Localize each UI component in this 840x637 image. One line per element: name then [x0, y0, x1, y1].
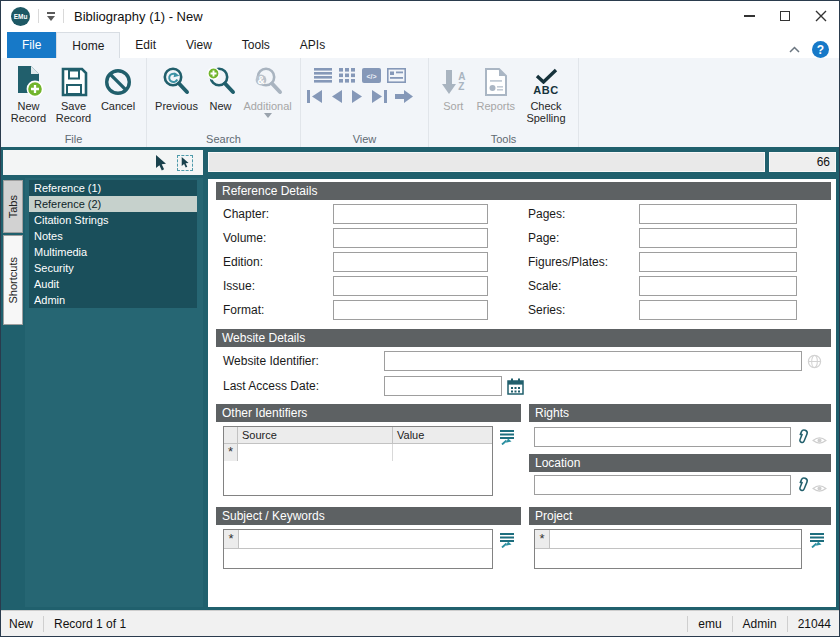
- search-additional-button[interactable]: & Additional: [240, 60, 295, 118]
- minimize-button[interactable]: [731, 1, 767, 31]
- subject-keywords-grid: *: [223, 529, 493, 569]
- close-button[interactable]: [803, 1, 839, 31]
- value-cell[interactable]: [393, 444, 492, 461]
- website-identifier-input[interactable]: [384, 351, 802, 371]
- sidebar-item-admin[interactable]: Admin: [29, 292, 197, 308]
- section-header-project: Project: [529, 507, 831, 525]
- globe-icon: [805, 352, 823, 370]
- sort-button[interactable]: AZ Sort: [434, 60, 473, 112]
- new-row-marker: *: [535, 530, 550, 548]
- format-input[interactable]: [333, 300, 488, 320]
- rights-input[interactable]: [534, 427, 791, 447]
- list-view-icon[interactable]: [314, 68, 333, 83]
- group-caption-view: View: [301, 133, 428, 145]
- scale-input[interactable]: [639, 276, 797, 296]
- source-cell[interactable]: [238, 444, 393, 461]
- pages-input[interactable]: [639, 204, 797, 224]
- title-bar: EMu Bibliography (1) - New: [1, 1, 839, 31]
- subject-expand-list-icon[interactable]: [498, 531, 516, 549]
- location-input[interactable]: [534, 475, 791, 495]
- sidebar-item-audit[interactable]: Audit: [29, 276, 197, 292]
- new-record-button[interactable]: New Record: [6, 60, 51, 124]
- search-previous-button[interactable]: Previous: [152, 60, 201, 112]
- nav-last-icon[interactable]: [370, 89, 388, 104]
- selection-tools-strip: [3, 150, 203, 175]
- form-view-icon[interactable]: [387, 68, 406, 83]
- location-view-attachment-icon: [810, 479, 828, 497]
- tab-file[interactable]: File: [7, 32, 56, 58]
- app-window: EMu Bibliography (1) - New File Home Edi…: [0, 0, 840, 637]
- ribbon-tab-row: File Home Edit View Tools APIs ?: [1, 31, 839, 58]
- marquee-select-icon[interactable]: [177, 155, 193, 171]
- reports-button[interactable]: Reports: [473, 60, 519, 112]
- new-row-marker: *: [224, 444, 238, 461]
- subject-cell[interactable]: [239, 530, 492, 548]
- reports-icon: [483, 63, 509, 100]
- nav-first-icon[interactable]: [306, 89, 324, 104]
- rights-attach-icon[interactable]: [793, 428, 811, 446]
- volume-input[interactable]: [333, 228, 488, 248]
- sidebar-item-notes[interactable]: Notes: [29, 228, 197, 244]
- status-mode: New: [1, 617, 43, 631]
- divider: [63, 9, 64, 23]
- volume-label: Volume:: [223, 228, 266, 248]
- cancel-button[interactable]: Cancel: [96, 60, 140, 112]
- rights-view-attachment-icon: [810, 431, 828, 449]
- select-cursor-icon[interactable]: [155, 155, 168, 171]
- website-identifier-label: Website Identifier:: [223, 351, 319, 371]
- quick-access-toolbar-dropdown-icon[interactable]: [47, 12, 55, 21]
- check-spelling-button[interactable]: ABC Check Spelling: [519, 60, 573, 124]
- other-identifiers-table: Source Value *: [223, 426, 493, 496]
- section-header-rights: Rights: [529, 404, 831, 422]
- page-input[interactable]: [639, 228, 797, 248]
- project-expand-list-icon[interactable]: [808, 531, 826, 549]
- sidebar-item-security[interactable]: Security: [29, 260, 197, 276]
- status-port: 21044: [788, 617, 839, 631]
- grid-view-icon[interactable]: [339, 68, 356, 83]
- maximize-button[interactable]: [767, 1, 803, 31]
- tab-view[interactable]: View: [171, 32, 227, 58]
- issue-input[interactable]: [333, 276, 488, 296]
- edition-input[interactable]: [333, 252, 488, 272]
- figures-plates-input[interactable]: [639, 252, 797, 272]
- pages-label: Pages:: [528, 204, 565, 224]
- sidebar-item-citation-strings[interactable]: Citation Strings: [29, 212, 197, 228]
- ribbon-group-view: </> View: [301, 58, 429, 147]
- chapter-input[interactable]: [333, 204, 488, 224]
- last-access-date-input[interactable]: [384, 376, 502, 396]
- status-bar: New Record 1 of 1 emu Admin 21044: [1, 610, 839, 636]
- sidebar-item-multimedia[interactable]: Multimedia: [29, 244, 197, 260]
- nav-previous-icon[interactable]: [330, 89, 344, 104]
- chapter-label: Chapter:: [223, 204, 269, 224]
- column-header-source[interactable]: Source: [238, 427, 393, 443]
- project-grid: *: [534, 529, 802, 569]
- tab-home[interactable]: Home: [56, 32, 120, 58]
- search-new-button[interactable]: New: [201, 60, 240, 112]
- column-header-value[interactable]: Value: [393, 427, 492, 443]
- nav-goto-icon[interactable]: [394, 89, 413, 104]
- expand-list-icon[interactable]: [498, 428, 516, 446]
- tab-apis[interactable]: APIs: [285, 32, 340, 58]
- sidebar-item-reference-2[interactable]: Reference (2): [29, 196, 197, 212]
- calendar-icon[interactable]: [506, 377, 524, 395]
- save-record-button[interactable]: Save Record: [51, 60, 96, 124]
- emu-logo-icon: EMu: [11, 7, 30, 26]
- series-label: Series:: [528, 300, 565, 320]
- project-cell[interactable]: [550, 530, 801, 548]
- list-item: *: [535, 530, 801, 549]
- help-button[interactable]: ?: [812, 41, 829, 58]
- divider: [38, 9, 39, 23]
- tab-list-panel: Reference (1) Reference (2) Citation Str…: [25, 178, 203, 607]
- sidebar-item-reference-1[interactable]: Reference (1): [29, 180, 197, 196]
- tab-tools[interactable]: Tools: [227, 32, 285, 58]
- series-input[interactable]: [639, 300, 797, 320]
- side-tab-shortcuts[interactable]: Shortcuts: [3, 235, 23, 325]
- location-attach-icon[interactable]: [793, 476, 811, 494]
- side-tab-tabs[interactable]: Tabs: [3, 180, 23, 233]
- tab-edit[interactable]: Edit: [120, 32, 171, 58]
- code-view-icon[interactable]: </>: [362, 68, 381, 83]
- collapse-ribbon-icon[interactable]: [789, 46, 800, 53]
- list-item: *: [224, 530, 492, 549]
- new-record-icon: [14, 63, 44, 100]
- nav-next-icon[interactable]: [350, 89, 364, 104]
